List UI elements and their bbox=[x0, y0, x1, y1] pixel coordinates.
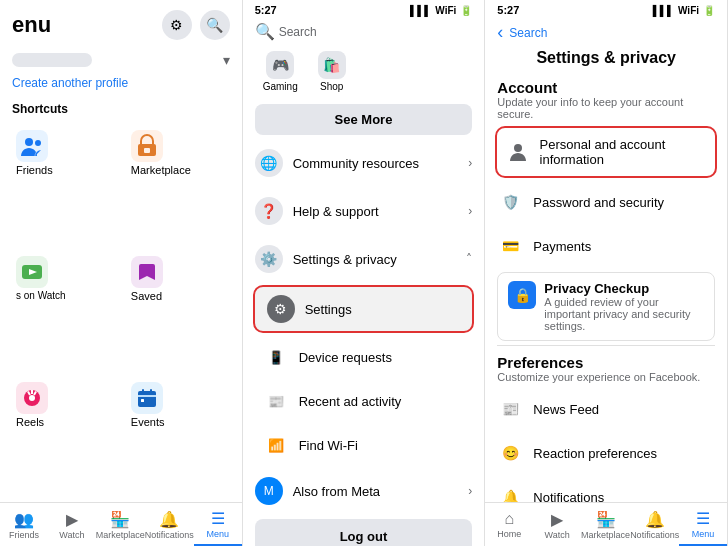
signal-icon-p3: ▌▌▌ bbox=[653, 5, 674, 16]
svg-rect-21 bbox=[141, 399, 144, 402]
shortcut-watch[interactable]: s on Watch bbox=[8, 250, 119, 372]
menu-header-icons: ⚙ 🔍 bbox=[162, 10, 230, 40]
privacy-checkup-content: Privacy Checkup A guided review of your … bbox=[544, 281, 704, 332]
meta-chevron-icon: › bbox=[468, 484, 472, 498]
status-time-p3: 5:27 bbox=[497, 4, 519, 16]
svg-rect-20 bbox=[150, 389, 152, 393]
nav-p3-menu[interactable]: ☰ Menu bbox=[679, 503, 727, 546]
menu-also-from-meta[interactable]: M Also from Meta › bbox=[243, 467, 485, 515]
back-label-p2: Search bbox=[279, 25, 317, 39]
preferences-section-desc: Customize your experience on Facebook. bbox=[485, 371, 727, 387]
menu-help-support[interactable]: ❓ Help & support › bbox=[243, 187, 485, 235]
community-chevron-icon: › bbox=[468, 156, 472, 170]
profile-chevron-icon: ▾ bbox=[223, 52, 230, 68]
bottom-nav-panel1: 👥 Friends ▶ Watch 🏪 Marketplace 🔔 Notifi… bbox=[0, 502, 242, 546]
privacy-card-title: Privacy Checkup bbox=[544, 281, 704, 296]
status-time-p2: 5:27 bbox=[255, 4, 277, 16]
privacy-card-desc: A guided review of your important privac… bbox=[544, 296, 704, 332]
back-chevron-icon: ‹ bbox=[497, 22, 503, 43]
shortcut-friends[interactable]: Friends bbox=[8, 124, 119, 246]
battery-icon: 🔋 bbox=[460, 5, 472, 16]
svg-point-2 bbox=[35, 140, 41, 146]
gear-icon-button[interactable]: ⚙ bbox=[162, 10, 192, 40]
reels-icon bbox=[16, 382, 48, 414]
menu-community-resources[interactable]: 🌐 Community resources › bbox=[243, 139, 485, 187]
see-more-button[interactable]: See More bbox=[255, 104, 473, 135]
item-payments[interactable]: 💳 Payments bbox=[485, 224, 727, 268]
meta-icon: M bbox=[255, 477, 283, 505]
item-password-security[interactable]: 🛡️ Password and security bbox=[485, 180, 727, 224]
tab-gaming[interactable]: 🎮 Gaming bbox=[255, 47, 306, 96]
menu-community-left: 🌐 Community resources bbox=[255, 149, 419, 177]
shop-icon: 🛍️ bbox=[318, 51, 346, 79]
back-bar-p3[interactable]: ‹ Search bbox=[485, 20, 727, 47]
tabs-row: 🎮 Gaming 🛍️ Shop bbox=[243, 45, 485, 100]
svg-point-22 bbox=[514, 144, 522, 152]
back-bar-p2[interactable]: 🔍 Search bbox=[243, 20, 485, 45]
menu-settings-privacy[interactable]: ⚙️ Settings & privacy ˄ bbox=[243, 235, 485, 283]
item-reaction-prefs[interactable]: 😊 Reaction preferences bbox=[485, 431, 727, 475]
divider-preferences bbox=[497, 345, 715, 346]
nav-p3-watch[interactable]: ▶ Watch bbox=[533, 503, 581, 546]
nav-watch[interactable]: ▶ Watch bbox=[48, 503, 96, 546]
wifi-icon-p3: WiFi bbox=[678, 5, 699, 16]
settings-privacy-chevron-icon: ˄ bbox=[466, 252, 472, 266]
community-icon: 🌐 bbox=[255, 149, 283, 177]
saved-icon bbox=[131, 256, 163, 288]
tab-shop[interactable]: 🛍️ Shop bbox=[310, 47, 354, 96]
personal-info-highlighted: Personal and account information bbox=[495, 126, 717, 178]
nav-p3-marketplace[interactable]: 🏪 Marketplace bbox=[581, 503, 630, 546]
create-profile-link[interactable]: Create another profile bbox=[0, 74, 242, 98]
svg-rect-5 bbox=[144, 148, 150, 153]
nav-friends[interactable]: 👥 Friends bbox=[0, 503, 48, 546]
sub-recent-ad-activity[interactable]: 📰 Recent ad activity bbox=[251, 379, 485, 423]
shortcut-reels[interactable]: Reels bbox=[8, 376, 119, 498]
menu-help-left: ❓ Help & support bbox=[255, 197, 379, 225]
sub-device-requests[interactable]: 📱 Device requests bbox=[251, 335, 485, 379]
search-icon-button[interactable]: 🔍 bbox=[200, 10, 230, 40]
nav-marketplace[interactable]: 🏪 Marketplace bbox=[96, 503, 145, 546]
item-news-feed[interactable]: 📰 News Feed bbox=[485, 387, 727, 431]
menu-title: enu bbox=[12, 12, 51, 38]
bottom-nav-panel3: ⌂ Home ▶ Watch 🏪 Marketplace 🔔 Notificat… bbox=[485, 502, 727, 546]
sub-find-wifi[interactable]: 📶 Find Wi-Fi bbox=[251, 423, 485, 467]
nav-p3-home[interactable]: ⌂ Home bbox=[485, 503, 533, 546]
settings-highlighted-row[interactable]: ⚙ Settings bbox=[253, 285, 475, 333]
events-icon bbox=[131, 382, 163, 414]
wifi-icon: WiFi bbox=[435, 5, 456, 16]
shortcuts-grid: Friends Marketplace bbox=[0, 120, 242, 502]
back-icon-p2: 🔍 bbox=[255, 22, 275, 41]
shortcut-events[interactable]: Events bbox=[123, 376, 234, 498]
logout-button[interactable]: Log out bbox=[255, 519, 473, 546]
friends-icon bbox=[16, 130, 48, 162]
privacy-checkup-icon: 🔒 bbox=[508, 281, 536, 309]
marketplace-icon bbox=[131, 130, 163, 162]
item-notifications-pref[interactable]: 🔔 Notifications bbox=[485, 475, 727, 502]
privacy-checkup-card[interactable]: 🔒 Privacy Checkup A guided review of you… bbox=[497, 272, 715, 341]
shortcut-marketplace[interactable]: Marketplace bbox=[123, 124, 234, 246]
help-icon: ❓ bbox=[255, 197, 283, 225]
nav-menu-icon: ☰ bbox=[211, 509, 225, 528]
nav-p3-notifications[interactable]: 🔔 Notifications bbox=[630, 503, 679, 546]
account-section-desc: Update your info to keep your account se… bbox=[485, 96, 727, 124]
panel-menu: enu ⚙ 🔍 ▾ Create another profile Shortcu… bbox=[0, 0, 243, 546]
nav-watch-icon: ▶ bbox=[66, 510, 78, 529]
nav-notifications[interactable]: 🔔 Notifications bbox=[145, 503, 194, 546]
svg-rect-0 bbox=[16, 130, 48, 162]
notifications-pref-icon: 🔔 bbox=[497, 484, 523, 502]
shortcut-saved[interactable]: Saved bbox=[123, 250, 234, 372]
events-label: Events bbox=[131, 416, 165, 428]
nav-p3-home-icon: ⌂ bbox=[504, 510, 514, 528]
settings-scroll: Account Update your info to keep your ac… bbox=[485, 73, 727, 502]
svg-point-12 bbox=[29, 395, 35, 401]
payments-icon: 💳 bbox=[497, 233, 523, 259]
battery-icon-p3: 🔋 bbox=[703, 5, 715, 16]
account-section-title: Account bbox=[485, 73, 727, 96]
saved-label: Saved bbox=[131, 290, 162, 302]
panel-settings-menu: 5:27 ▌▌▌ WiFi 🔋 🔍 Search 🎮 Gaming 🛍️ Sho… bbox=[243, 0, 486, 546]
nav-menu[interactable]: ☰ Menu bbox=[194, 503, 242, 546]
item-personal-info[interactable]: Personal and account information bbox=[497, 128, 715, 176]
menu-settings-left: ⚙️ Settings & privacy bbox=[255, 245, 397, 273]
profile-row[interactable]: ▾ bbox=[0, 46, 242, 74]
back-search-label: Search bbox=[509, 26, 547, 40]
